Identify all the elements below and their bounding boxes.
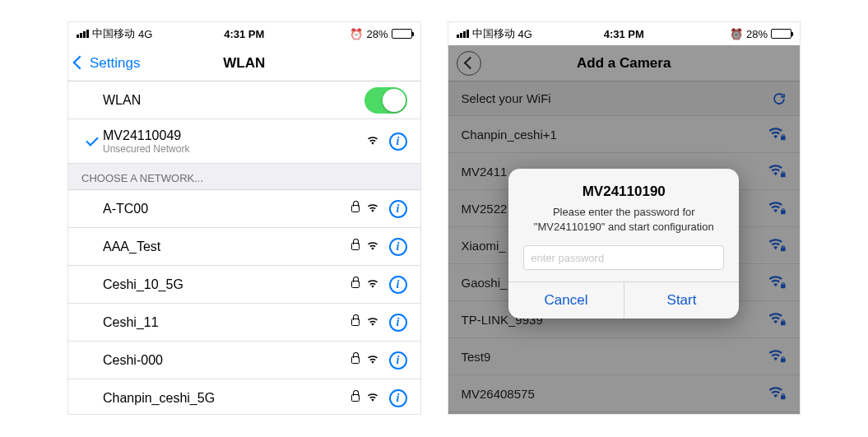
network-ssid: Ceshi-000 <box>103 353 351 368</box>
signal-bars-icon <box>77 30 89 38</box>
lock-icon <box>351 318 360 326</box>
lock-icon <box>351 281 360 288</box>
status-bar: 中国移动 4G 4:31 PM ⏰ 28% <box>68 22 420 45</box>
wifi-icon <box>368 137 381 146</box>
back-label: Settings <box>90 55 140 72</box>
cancel-button[interactable]: Cancel <box>508 282 624 318</box>
network-ssid: AAA_Test <box>103 239 351 254</box>
network-row[interactable]: Ceshi-000i <box>68 342 420 379</box>
network-ssid: Ceshi_11 <box>103 315 351 330</box>
connected-network-row[interactable]: MV24110049 Unsecured Network i <box>68 119 420 164</box>
connected-ssid: MV24110049 <box>103 128 368 143</box>
alarm-icon: ⏰ <box>350 28 363 40</box>
wifi-icon <box>368 393 381 403</box>
info-button[interactable]: i <box>389 200 407 218</box>
network-ssid: Ceshi_10_5G <box>103 277 351 292</box>
wlan-toggle-row: WLAN <box>68 81 420 119</box>
info-button[interactable]: i <box>389 132 407 151</box>
network-ssid: Chanpin_ceshi_5G <box>103 391 351 406</box>
network-ssid: A-TC00 <box>103 202 351 216</box>
password-input[interactable] <box>523 245 724 270</box>
page-title: WLAN <box>223 55 265 72</box>
wlan-label: WLAN <box>103 93 364 108</box>
choose-network-header: CHOOSE A NETWORK... <box>68 164 420 190</box>
lock-icon <box>351 394 360 402</box>
network-row[interactable]: Ceshi_11i <box>68 304 420 342</box>
modal-overlay: MV24110190 Please enter the password for… <box>448 22 801 414</box>
network-row[interactable]: Chanpin_ceshi_5Gi <box>68 379 420 414</box>
wifi-icon <box>368 356 381 365</box>
network-row[interactable]: A-TC00i <box>68 190 420 228</box>
phone-wlan-settings: 中国移动 4G 4:31 PM ⏰ 28% Settings WLAN WLAN <box>67 21 421 415</box>
wifi-icon <box>368 280 381 290</box>
lock-icon <box>351 243 360 250</box>
info-button[interactable]: i <box>389 389 407 407</box>
lock-icon <box>351 205 360 212</box>
info-button[interactable]: i <box>389 314 407 332</box>
battery-pct: 28% <box>366 28 388 40</box>
alert-message: Please enter the password for "MV2411019… <box>523 205 724 234</box>
battery-icon <box>392 29 412 39</box>
network-row[interactable]: Ceshi_10_5Gi <box>68 266 420 304</box>
network-label: 4G <box>138 28 152 40</box>
password-alert: MV24110190 Please enter the password for… <box>508 169 739 318</box>
chevron-left-icon <box>75 55 88 72</box>
checkmark-icon <box>86 133 99 146</box>
wifi-icon <box>368 204 381 214</box>
wlan-toggle[interactable] <box>364 87 407 114</box>
info-button[interactable]: i <box>389 351 407 370</box>
start-button[interactable]: Start <box>624 282 740 318</box>
wifi-icon <box>368 242 381 252</box>
alert-title: MV24110190 <box>523 184 724 200</box>
wifi-icon <box>368 318 381 328</box>
network-row[interactable]: AAA_Testi <box>68 228 420 266</box>
carrier-label: 中国移动 <box>92 26 135 41</box>
info-button[interactable]: i <box>389 276 407 294</box>
connected-subtitle: Unsecured Network <box>103 143 368 155</box>
nav-bar: Settings WLAN <box>68 45 420 81</box>
phone-add-camera: 中国移动 4G 4:31 PM ⏰ 28% Add a Camera Selec… <box>448 21 801 415</box>
back-button[interactable]: Settings <box>75 55 140 72</box>
lock-icon <box>351 356 360 364</box>
info-button[interactable]: i <box>389 238 407 256</box>
